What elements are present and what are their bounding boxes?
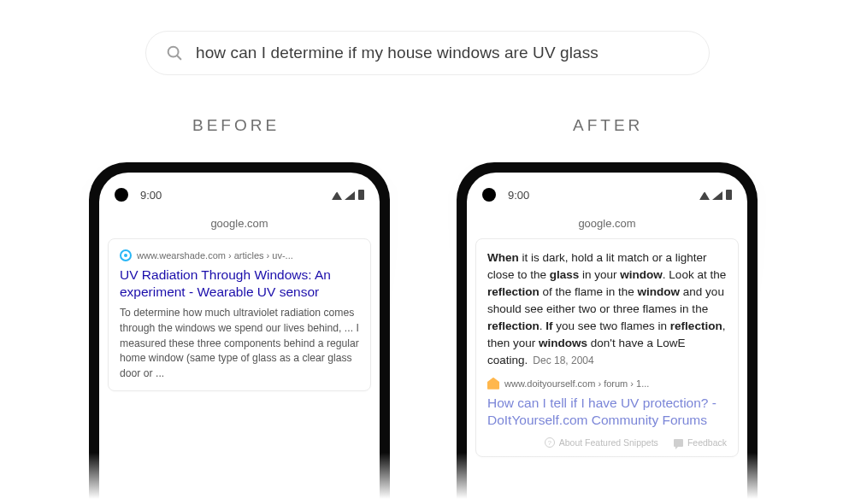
result-title[interactable]: How can I tell if I have UV protection? … — [487, 395, 727, 429]
featured-snippet-text: When it is dark, hold a lit match or a l… — [487, 249, 727, 369]
signal-icon — [345, 191, 355, 200]
favicon-icon — [487, 378, 499, 390]
featured-snippet-date: Dec 18, 2004 — [533, 355, 593, 366]
after-label: AFTER — [573, 116, 643, 135]
phone-screen: 9:00 google.com When it is dark, hold a … — [467, 173, 747, 504]
result-snippet: To determine how much ultraviolet radiat… — [120, 306, 359, 381]
svg-line-1 — [177, 56, 180, 59]
status-icons — [699, 190, 732, 200]
battery-icon — [358, 190, 364, 200]
search-pill[interactable]: how can I determine if my house windows … — [145, 31, 710, 75]
feedback-icon — [674, 439, 683, 447]
breadcrumb-text: www.wearshade.com › articles › uv-... — [137, 250, 293, 261]
status-bar: 9:00 — [99, 173, 380, 217]
before-label: BEFORE — [192, 116, 280, 135]
wifi-icon — [699, 191, 710, 200]
status-time: 9:00 — [508, 189, 529, 202]
front-camera — [482, 188, 496, 202]
featured-snippet-card[interactable]: When it is dark, hold a lit match or a l… — [475, 238, 739, 457]
url-bar: google.com — [99, 217, 380, 238]
search-icon — [165, 44, 184, 62]
phone-screen: 9:00 google.com www.wearshade.com › arti… — [99, 173, 380, 504]
card-footer: ? About Featured Snippets Feedback — [487, 437, 727, 448]
favicon-icon — [120, 249, 132, 261]
search-result-card[interactable]: www.wearshade.com › articles › uv-... UV… — [108, 238, 371, 391]
phone-after: 9:00 google.com When it is dark, hold a … — [445, 162, 770, 504]
status-time: 9:00 — [140, 189, 162, 202]
about-featured-snippets-link[interactable]: ? About Featured Snippets — [545, 437, 658, 448]
battery-icon — [726, 190, 732, 200]
result-title[interactable]: UV Radiation Through Windows: An experim… — [120, 267, 359, 301]
breadcrumb: www.wearshade.com › articles › uv-... — [120, 249, 359, 261]
help-icon: ? — [545, 437, 555, 448]
breadcrumb: www.doityourself.com › forum › 1... — [487, 378, 727, 390]
search-query-text: how can I determine if my house windows … — [196, 44, 598, 62]
url-bar: google.com — [467, 217, 747, 238]
wifi-icon — [332, 191, 342, 200]
signal-icon — [712, 191, 722, 200]
phone-before: 9:00 google.com www.wearshade.com › arti… — [77, 162, 402, 504]
feedback-link[interactable]: Feedback — [674, 437, 727, 448]
breadcrumb-text: www.doityourself.com › forum › 1... — [504, 378, 649, 389]
status-icons — [332, 190, 364, 200]
front-camera — [115, 188, 128, 202]
status-bar: 9:00 — [467, 173, 747, 217]
